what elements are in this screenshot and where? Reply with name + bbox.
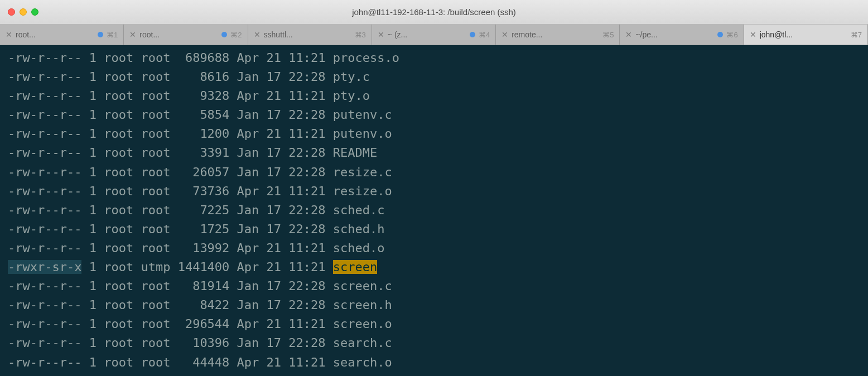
file-name: process.o	[333, 51, 399, 65]
file-row: -rw-r--r-- 1 root root 44448 Apr 21 11:2…	[8, 353, 860, 372]
file-meta: 1 root root 73736 Apr 21 11:21	[81, 184, 332, 198]
titlebar: john@tl11-192-168-11-3: /build/screen (s…	[0, 0, 868, 25]
close-icon[interactable]: ✕	[501, 30, 508, 39]
terminal-window: john@tl11-192-168-11-3: /build/screen (s…	[0, 0, 868, 376]
tab-shortcut: ⌘2	[230, 31, 242, 39]
file-row: -rw-r--r-- 1 root root 5854 Jan 17 22:28…	[8, 105, 860, 124]
file-row: -rw-r--r-- 1 root root 1200 Apr 21 11:21…	[8, 124, 860, 143]
file-meta: 1 root root 1725 Jan 17 22:28	[81, 222, 332, 236]
file-name: resize.c	[333, 165, 392, 179]
file-meta: 1 root root 81914 Jan 17 22:28	[81, 279, 332, 293]
file-permissions: -rw-r--r--	[8, 70, 81, 84]
file-permissions: -rw-r--r--	[8, 241, 81, 255]
activity-dot-icon	[98, 32, 103, 37]
tab-7[interactable]: ✕john@tl...⌘7	[744, 25, 868, 45]
close-icon[interactable]: ✕	[129, 30, 136, 39]
file-meta: 1 root root 5854 Jan 17 22:28	[81, 108, 332, 122]
file-name: search.o	[333, 355, 392, 369]
activity-dot-icon	[221, 32, 227, 37]
file-permissions: -rw-r--r--	[8, 279, 81, 293]
file-row: -rw-r--r-- 1 root root 3391 Jan 17 22:28…	[8, 143, 860, 162]
close-button[interactable]	[8, 8, 15, 16]
file-permissions: -rw-r--r--	[8, 184, 81, 198]
activity-dot-icon	[470, 32, 475, 37]
file-row: -rwxr-sr-x 1 root utmp 1441400 Apr 21 11…	[8, 258, 860, 277]
file-name: sched.o	[333, 241, 385, 255]
file-permissions: -rw-r--r--	[8, 146, 81, 160]
file-permissions: -rw-r--r--	[8, 127, 81, 141]
tab-5[interactable]: ✕remote...⌘5	[496, 25, 620, 45]
file-name: pty.o	[333, 89, 370, 103]
file-meta: 1 root root 8422 Jan 17 22:28	[81, 298, 332, 312]
file-meta: 1 root root 9328 Apr 21 11:21	[81, 89, 332, 103]
file-name: pty.c	[333, 70, 370, 84]
tab-label: sshuttl...	[264, 30, 351, 39]
close-icon[interactable]: ✕	[254, 30, 261, 39]
tab-4[interactable]: ✕~ (z...⌘4	[372, 25, 496, 45]
file-meta: 1 root utmp 1441400 Apr 21 11:21	[81, 260, 332, 274]
tab-shortcut: ⌘6	[726, 31, 737, 39]
close-icon[interactable]: ✕	[625, 30, 632, 39]
file-name: screen.o	[333, 317, 392, 331]
file-row: -rw-r--r-- 1 root root 26057 Jan 17 22:2…	[8, 163, 860, 182]
file-name: screen.h	[333, 298, 392, 312]
terminal-content[interactable]: -rw-r--r-- 1 root root 689688 Apr 21 11:…	[0, 45, 868, 376]
traffic-lights	[8, 8, 38, 16]
file-row: -rw-r--r-- 1 root root 10396 Jan 17 22:2…	[8, 334, 860, 353]
tab-shortcut: ⌘1	[107, 31, 118, 39]
tab-shortcut: ⌘4	[479, 31, 490, 39]
file-permissions: -rw-r--r--	[8, 317, 81, 331]
file-row: -rw-r--r-- 1 root root 81914 Jan 17 22:2…	[8, 277, 860, 296]
tab-1[interactable]: ✕root...⌘1	[0, 25, 124, 45]
file-row: -rw-r--r-- 1 root root 7225 Jan 17 22:28…	[8, 201, 860, 220]
file-name: putenv.c	[333, 108, 392, 122]
file-meta: 1 root root 689688 Apr 21 11:21	[81, 51, 332, 65]
file-permissions: -rw-r--r--	[8, 51, 81, 65]
file-meta: 1 root root 7225 Jan 17 22:28	[81, 203, 332, 217]
window-title: john@tl11-192-168-11-3: /build/screen (s…	[8, 7, 860, 17]
file-permissions: -rw-r--r--	[8, 355, 81, 369]
tab-6[interactable]: ✕~/pe...⌘6	[620, 25, 744, 45]
minimize-button[interactable]	[20, 8, 27, 16]
file-row: -rw-r--r-- 1 root root 296544 Apr 21 11:…	[8, 315, 860, 334]
tab-2[interactable]: ✕root...⌘2	[124, 25, 248, 45]
file-meta: 1 root root 26057 Jan 17 22:28	[81, 165, 332, 179]
file-name: sched.h	[333, 222, 385, 236]
file-name: screen	[333, 260, 377, 274]
file-row: -rw-r--r-- 1 root root 73736 Apr 21 11:2…	[8, 182, 860, 201]
file-permissions: -rw-r--r--	[8, 336, 81, 350]
file-meta: 1 root root 13992 Apr 21 11:21	[81, 241, 332, 255]
close-icon[interactable]: ✕	[6, 30, 12, 39]
file-meta: 1 root root 10396 Jan 17 22:28	[81, 336, 332, 350]
tab-label: ~/pe...	[635, 30, 714, 39]
tab-bar: ✕root...⌘1✕root...⌘2✕sshuttl...⌘3✕~ (z..…	[0, 25, 868, 45]
file-permissions: -rw-r--r--	[8, 222, 81, 236]
tab-label: root...	[139, 30, 218, 39]
file-row: -rw-r--r-- 1 root root 13992 Apr 21 11:2…	[8, 239, 860, 258]
close-icon[interactable]: ✕	[378, 30, 384, 39]
file-permissions: -rw-r--r--	[8, 89, 81, 103]
file-name: sched.c	[333, 203, 385, 217]
file-row: -rw-r--r-- 1 root root 1725 Jan 17 22:28…	[8, 220, 860, 239]
close-icon[interactable]: ✕	[750, 30, 756, 39]
file-permissions: -rwxr-sr-x	[8, 260, 81, 274]
activity-dot-icon	[717, 32, 723, 37]
maximize-button[interactable]	[31, 8, 38, 16]
tab-3[interactable]: ✕sshuttl...⌘3	[248, 25, 372, 45]
file-row: -rw-r--r-- 1 root root 689688 Apr 21 11:…	[8, 49, 860, 68]
file-meta: 1 root root 3391 Jan 17 22:28	[81, 146, 332, 160]
file-permissions: -rw-r--r--	[8, 165, 81, 179]
file-meta: 1 root root 44448 Apr 21 11:21	[81, 355, 332, 369]
file-meta: 1 root root 296544 Apr 21 11:21	[81, 317, 332, 331]
file-name: search.c	[333, 336, 392, 350]
file-meta: 1 root root 1200 Apr 21 11:21	[81, 127, 332, 141]
tab-shortcut: ⌘7	[851, 31, 862, 39]
file-name: resize.o	[333, 184, 392, 198]
file-name: README	[333, 146, 377, 160]
file-row: -rw-r--r-- 1 root root 9328 Apr 21 11:21…	[8, 86, 860, 105]
file-permissions: -rw-r--r--	[8, 298, 81, 312]
tab-label: root...	[16, 30, 94, 39]
tab-label: remote...	[512, 30, 599, 39]
tab-shortcut: ⌘3	[355, 31, 366, 39]
file-permissions: -rw-r--r--	[8, 203, 81, 217]
